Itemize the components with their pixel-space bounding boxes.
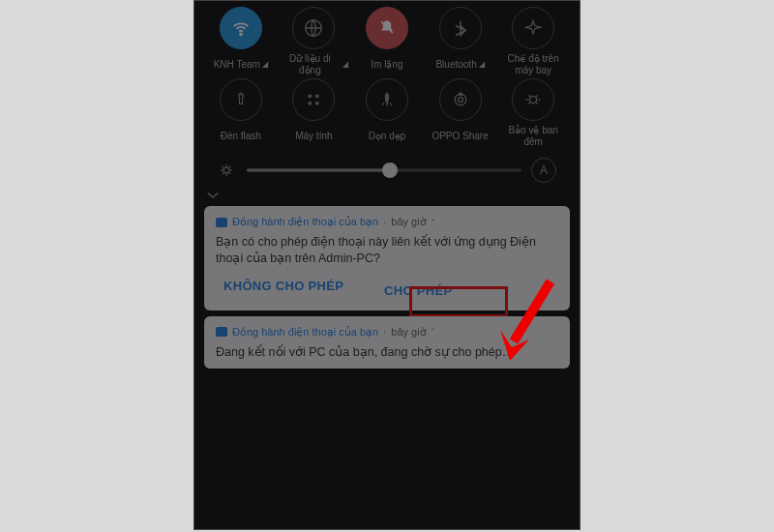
notification-time: bây giờ [391,326,426,339]
qs-label: Dọn dẹp [369,125,406,148]
brightness-slider-row: A [204,150,570,187]
rocket-icon [366,78,408,121]
svg-point-9 [530,96,537,103]
notification-body: Đang kết nối với PC của bạn, đang chờ sự… [216,344,558,361]
svg-point-3 [315,94,319,98]
collapse-chevron-icon[interactable]: ˆ [432,218,434,227]
brightness-slider[interactable] [247,161,521,180]
notification-time: bây giờ [391,216,426,228]
notification-list: Đồng hành điện thoại của bạn · bây giờ ˆ… [194,206,580,369]
qs-cleanup[interactable]: Dọn dẹp [352,78,422,148]
svg-point-10 [223,167,229,173]
svg-point-5 [315,102,319,105]
brightness-low-icon [218,162,237,179]
svg-point-4 [309,102,313,105]
qs-label: Bluetooth◢ [435,53,484,76]
qs-silent[interactable]: Im lặng [352,7,422,76]
qs-bluetooth[interactable]: Bluetooth◢ [426,7,495,76]
expand-chevron-icon[interactable]: ˇ [432,327,434,337]
qs-mobile-data[interactable]: Dữ liệu di động◢ [279,7,348,76]
airplane-icon [512,7,554,49]
notification-header: Đồng hành điện thoại của bạn · bây giờ ˆ [216,216,558,228]
notification-header: Đồng hành điện thoại của bạn · bây giờ ˇ [216,326,558,339]
qs-row-1: KNH Team◢ Dữ liệu di động◢ Im lặng Bluet… [204,7,570,76]
eye-protect-icon [512,78,554,121]
qs-label: Bảo vệ ban đêm [498,125,568,148]
notification-app-name: Đồng hành điện thoại của bạn [232,326,378,339]
bullet: · [383,217,386,228]
qs-row-2: Đèn flash Máy tính Dọn dẹp OPPO Share [204,78,570,148]
qs-label: Chế độ trên máy bay [498,53,568,76]
monitor-icon [216,327,227,337]
svg-point-2 [309,94,313,98]
notification-app-name: Đồng hành điện thoại của bạn [232,216,378,228]
globe-icon [292,7,335,49]
qs-label: KNH Team◢ [214,53,268,76]
qs-oppo-share[interactable]: OPPO Share [426,78,495,148]
notification-actions: KHÔNG CHO PHÉP CHO PHÉP [216,279,558,303]
wifi-icon [220,7,262,49]
flashlight-icon [220,78,262,121]
qs-label: Đèn flash [221,125,261,148]
allow-button[interactable]: CHO PHÉP [372,279,463,303]
qs-flashlight[interactable]: Đèn flash [206,78,276,148]
share-icon [439,78,482,121]
qs-label: OPPO Share [432,125,488,148]
bluetooth-icon [439,7,482,49]
calculator-icon [292,78,335,121]
phone-screen: KNH Team◢ Dữ liệu di động◢ Im lặng Bluet… [194,0,580,530]
qs-label: Máy tính [295,125,332,148]
svg-point-0 [240,34,242,36]
qs-label: Im lặng [371,53,402,76]
qs-label: Dữ liệu di động◢ [279,53,348,76]
slider-thumb[interactable] [382,163,398,178]
deny-button[interactable]: KHÔNG CHO PHÉP [223,279,343,303]
notification-card[interactable]: Đồng hành điện thoại của bạn · bây giờ ˆ… [204,206,570,310]
qs-airplane[interactable]: Chế độ trên máy bay [498,7,568,76]
bell-off-icon [366,7,408,49]
svg-point-8 [459,93,461,96]
notification-card[interactable]: Đồng hành điện thoại của bạn · bây giờ ˇ… [204,316,570,369]
notification-body: Bạn có cho phép điện thoại này liên kết … [216,234,558,267]
expand-chevron-icon[interactable] [204,187,570,206]
qs-night-shield[interactable]: Bảo vệ ban đêm [498,78,568,148]
qs-calculator[interactable]: Máy tính [279,78,348,148]
svg-point-6 [458,98,462,103]
quick-settings-panel: KNH Team◢ Dữ liệu di động◢ Im lặng Bluet… [194,1,580,206]
monitor-icon [216,218,227,227]
auto-brightness-toggle[interactable]: A [531,158,556,183]
bullet: · [383,326,386,338]
qs-wifi[interactable]: KNH Team◢ [206,7,276,76]
